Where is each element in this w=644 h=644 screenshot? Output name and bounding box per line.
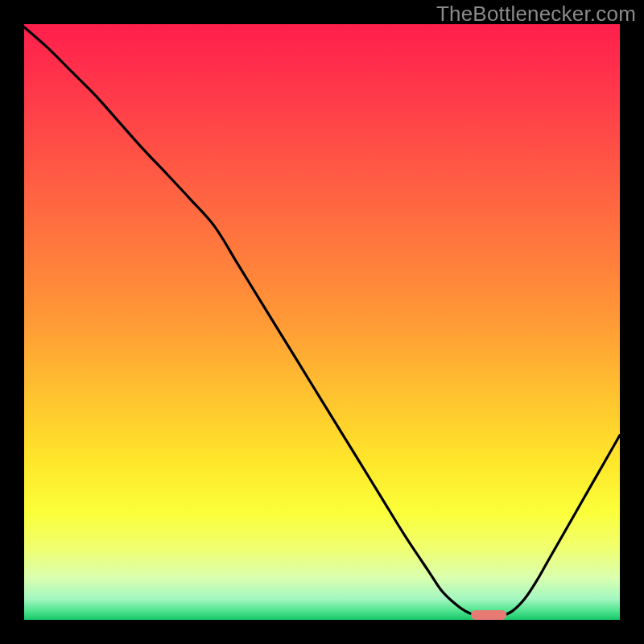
gradient-background — [24, 24, 620, 620]
chart-container: TheBottlenecker.com — [0, 0, 644, 644]
optimal-marker — [471, 610, 506, 620]
watermark-text: TheBottlenecker.com — [436, 2, 636, 27]
bottleneck-chart — [24, 24, 620, 620]
